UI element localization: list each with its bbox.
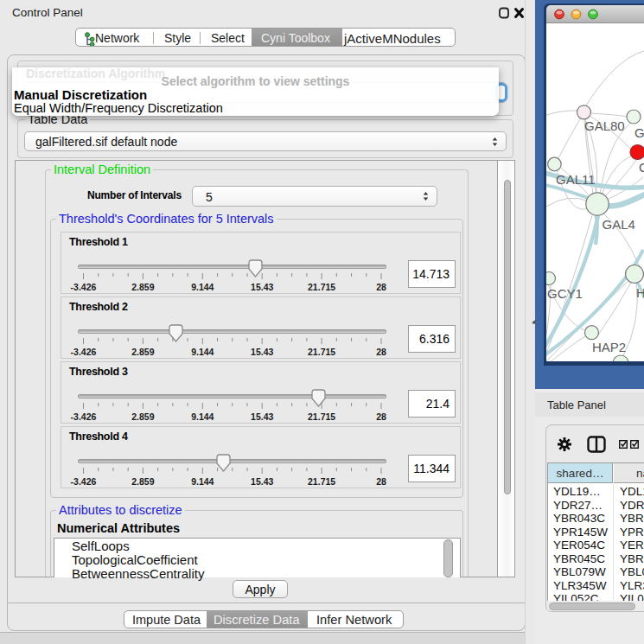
svg-text:GCY1: GCY1	[547, 286, 583, 301]
svg-text:GAL80: GAL80	[584, 118, 625, 133]
svg-text:GAL4: GAL4	[603, 217, 635, 232]
svg-text:HAP2: HAP2	[592, 340, 626, 354]
svg-text:C: C	[639, 160, 644, 175]
svg-text:GAL11: GAL11	[556, 172, 596, 187]
svg-text:H: H	[636, 285, 644, 300]
svg-text:GA: GA	[634, 125, 644, 140]
